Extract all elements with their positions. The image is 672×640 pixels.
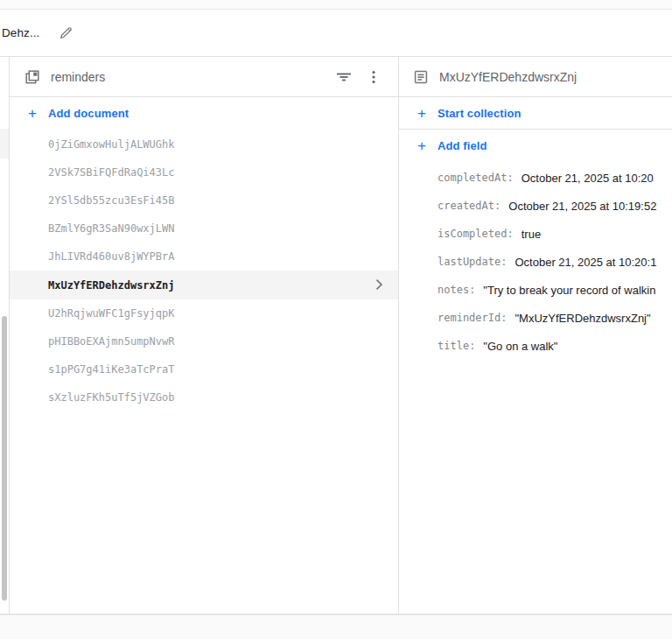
document-list-item[interactable]: pHIBBoEXAjmn5umpNvwR (10, 327, 398, 355)
document-list-item[interactable]: MxUzYfERDehzdwsrxZnj (10, 271, 398, 299)
filter-button[interactable] (333, 67, 354, 88)
collection-title: reminders (51, 70, 105, 84)
collection-panel-header: reminders (10, 57, 398, 97)
firestore-data-viewer: Dehz... reminders (0, 0, 672, 640)
document-icon (413, 69, 429, 85)
field-row[interactable]: createdAt October 21, 2025 at 10:19:52 (399, 192, 672, 220)
edit-path-button[interactable] (55, 23, 76, 44)
field-row[interactable]: reminderId "MxUzYfERDehzdwsrxZnj" (399, 304, 672, 332)
collections-panel-edge (0, 57, 10, 614)
document-list-item[interactable]: sXzluzFKh5uTf5jVZGob (10, 383, 398, 411)
document-panel-header: MxUzYfERDehzdwsrxZnj (399, 57, 672, 97)
path-bar: Dehz... (0, 10, 672, 57)
scrollbar-thumb[interactable] (2, 316, 7, 601)
field-row[interactable]: title "Go on a walk" (399, 332, 672, 360)
plus-icon: + (416, 106, 427, 121)
document-list-item[interactable]: 2VSk7SBiFQFdRaQi43Lc (10, 158, 398, 186)
document-list-item[interactable]: BZmlY6gR3SaN90wxjLWN (10, 215, 398, 243)
field-row[interactable]: notes "Try to break your record of walki… (399, 276, 672, 304)
add-field-button[interactable]: + Add field (399, 130, 672, 162)
top-band (0, 0, 672, 10)
plus-icon: + (416, 138, 427, 153)
document-list-item[interactable]: s1pPG7g41iKe3aTcPraT (10, 355, 398, 383)
document-list-item[interactable]: JhLIVRd460uv8jWYPBrA (10, 243, 398, 271)
field-list: completedAt October 21, 2025 at 10:20 cr… (399, 162, 672, 360)
document-title: MxUzYfERDehzdwsrxZnj (439, 70, 577, 84)
collection-panel: reminders (10, 57, 399, 614)
selected-collection-fragment (0, 129, 9, 158)
pencil-icon (59, 25, 74, 40)
filter-list-icon (336, 69, 352, 85)
plus-icon: + (27, 106, 38, 121)
start-collection-button[interactable]: + Start collection (399, 97, 672, 130)
document-list-item[interactable]: 0jZiGmxowHuljALWUGhk (10, 130, 398, 158)
document-list-item[interactable]: U2hRqjwuWFC1gFsyjqpK (10, 299, 398, 327)
chevron-right-icon (370, 276, 388, 293)
document-list: 0jZiGmxowHuljALWUGhk 2VSk7SBiFQFdRaQi43L… (10, 130, 398, 411)
field-row[interactable]: completedAt October 21, 2025 at 10:20 (399, 164, 672, 192)
field-row[interactable]: isCompleted true (399, 220, 672, 248)
collection-menu-button[interactable] (363, 67, 384, 88)
document-panel: MxUzYfERDehzdwsrxZnj + Start collection … (399, 57, 672, 614)
panels-container: reminders (0, 57, 672, 614)
document-list-item[interactable]: 2YSl5db55zcu3EsFi45B (10, 186, 398, 215)
collection-icon (24, 69, 40, 85)
document-path-label: Dehz... (2, 26, 39, 39)
field-row[interactable]: lastUpdate October 21, 2025 at 10:20:1 (399, 248, 672, 276)
add-document-button[interactable]: + Add document (10, 97, 398, 130)
kebab-menu-icon (366, 69, 382, 85)
bottom-band (0, 614, 672, 639)
